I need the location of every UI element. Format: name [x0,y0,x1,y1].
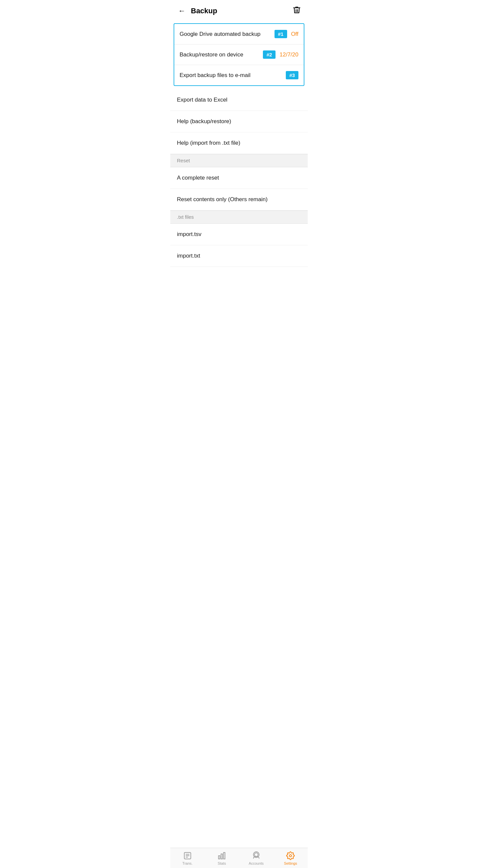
nav-label-settings: Settings [284,861,297,865]
nav-item-accounts[interactable]: Accounts [239,848,274,868]
svg-point-9 [289,855,292,857]
reset-section-header: Reset [170,154,308,167]
reset-section-title: Reset [177,158,190,163]
txt-section-title: .txt files [177,214,194,220]
backup-item-1-status: Off [291,31,298,37]
content: Google Drive automated backup #1 Off Bac… [170,22,308,868]
nav-item-settings[interactable]: Settings [274,848,308,868]
backup-item-3-label: Export backup files to e-mail [180,72,286,79]
menu-item-export-excel-label: Export data to Excel [177,97,227,103]
back-button[interactable]: ← [177,5,187,17]
menu-item-import-txt[interactable]: import.txt [170,245,308,267]
backup-item-1-label: Google Drive automated backup [180,31,275,37]
menu-item-help-backup-label: Help (backup/restore) [177,118,231,125]
trash-button[interactable] [292,6,301,16]
backup-item-2-status: 12/7/20 [280,52,298,58]
settings-icon [286,851,295,860]
menu-item-help-import[interactable]: Help (import from .txt file) [170,132,308,154]
bottom-nav: Trans. Stats Accounts Settings [170,848,308,868]
backup-item-1-right: #1 Off [275,30,298,38]
backup-item-1-badge: #1 [275,30,287,38]
nav-label-trans: Trans. [182,861,193,865]
svg-rect-5 [221,854,222,859]
svg-rect-4 [219,856,220,859]
backup-card-item-3[interactable]: Export backup files to e-mail #3 [174,65,304,85]
menu-item-help-import-label: Help (import from .txt file) [177,140,240,146]
menu-item-reset-contents-label: Reset contents only (Others remain) [177,196,267,203]
backup-item-3-badge: #3 [286,71,298,79]
svg-point-7 [254,853,258,857]
nav-item-stats[interactable]: Stats [205,848,239,868]
menu-item-reset-contents[interactable]: Reset contents only (Others remain) [170,189,308,211]
menu-item-import-tsv-label: import.tsv [177,231,201,238]
accounts-icon [252,851,261,860]
backup-item-2-right: #2 12/7/20 [263,51,298,59]
menu-item-help-backup[interactable]: Help (backup/restore) [170,111,308,132]
menu-item-export-excel[interactable]: Export data to Excel [170,89,308,111]
menu-item-import-tsv[interactable]: import.tsv [170,224,308,245]
backup-card: Google Drive automated backup #1 Off Bac… [173,23,305,86]
backup-card-item-2[interactable]: Backup/restore on device #2 12/7/20 [174,44,304,65]
backup-card-item-1[interactable]: Google Drive automated backup #1 Off [174,24,304,44]
menu-item-import-txt-label: import.txt [177,253,200,259]
backup-item-3-right: #3 [286,71,298,79]
menu-item-complete-reset[interactable]: A complete reset [170,167,308,189]
svg-rect-6 [224,852,225,859]
page-title: Backup [191,7,292,15]
nav-item-trans[interactable]: Trans. [170,848,205,868]
stats-icon [217,851,226,860]
txt-section-header: .txt files [170,211,308,224]
backup-item-2-label: Backup/restore on device [180,52,263,58]
trans-icon [183,851,192,860]
menu-item-complete-reset-label: A complete reset [177,175,219,181]
header: ← Backup [170,0,308,22]
nav-label-accounts: Accounts [249,861,263,865]
nav-label-stats: Stats [218,861,226,865]
backup-item-2-badge: #2 [263,51,276,59]
